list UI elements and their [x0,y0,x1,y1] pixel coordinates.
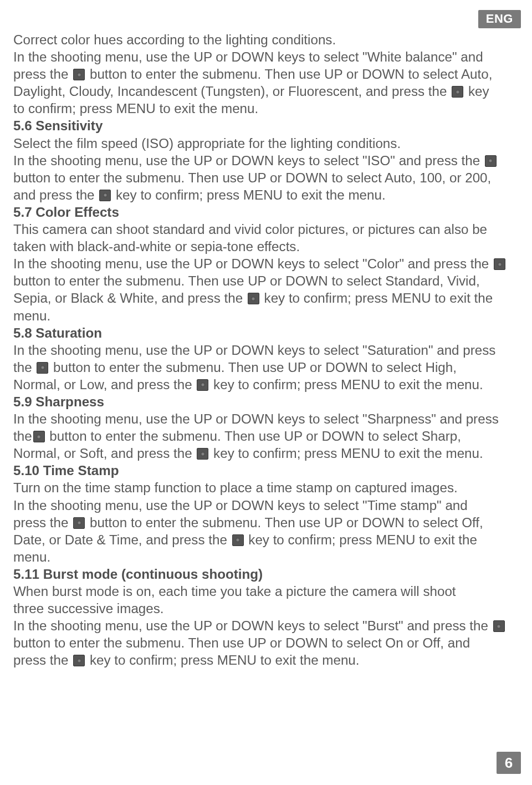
text: Turn on the time stamp function to place… [13,480,458,495]
text: Sepia, or Black & White, and press the [13,290,247,305]
text: When burst mode is on, each time you tak… [13,584,456,599]
text: Date, or Date & Time, and press the [13,532,231,547]
text: key to confirm; press MENU to exit the m… [112,187,385,202]
text: In the shooting menu, use the UP or DOWN… [13,256,493,271]
page-content: Correct color hues according to the ligh… [0,0,532,669]
text: button to enter the submenu. Then use UP… [13,273,480,288]
page-number: 6 [497,752,521,774]
text: In the shooting menu, use the UP or DOWN… [13,343,495,358]
ok-button-icon [73,69,85,80]
text: key to confirm; press MENU to exit the m… [209,446,483,461]
section-5-7: 5.7 Color Effects This camera can shoot … [13,203,519,324]
text: press the [13,653,72,667]
section-heading: 5.9 Sharpness [13,394,104,409]
section-heading: 5.11 Burst mode (continuous shooting) [13,567,263,582]
text: button to enter the submenu. Then use UP… [13,170,491,185]
text: button to enter the submenu. Then use UP… [13,635,470,650]
ok-button-icon [485,155,497,167]
ok-button-icon [452,86,463,98]
text: key to confirm; press MENU to exit the m… [209,377,483,392]
text: the [13,360,35,375]
ok-button-icon [37,362,48,374]
text: In the shooting menu, use the UP or DOWN… [13,153,484,168]
text: button to enter the submenu. Then use UP… [86,515,483,530]
section-5-6: 5.6 Sensitivity Select the film speed (I… [13,117,519,203]
text: menu. [13,549,50,564]
section-5-8: 5.8 Saturation In the shooting menu, use… [13,324,519,393]
text: and press the [13,187,98,202]
text: taken with black-and-white or sepia-tone… [13,239,300,254]
section-5-9: 5.9 Sharpness In the shooting menu, use … [13,393,519,462]
text: the [13,429,32,444]
text: This camera can shoot standard and vivid… [13,222,487,237]
text: press the [13,67,72,81]
ok-button-icon [494,258,505,270]
section-heading: 5.6 Sensitivity [13,118,103,133]
language-badge: ENG [478,10,521,28]
text: press the [13,515,72,530]
ok-button-icon [197,448,208,460]
ok-button-icon [99,190,111,201]
text: button to enter the submenu. Then use UP… [49,360,457,375]
section-heading: 5.10 Time Stamp [13,463,119,478]
ok-button-icon [248,293,259,304]
section-heading: 5.7 Color Effects [13,205,119,220]
section-5-11: 5.11 Burst mode (continuous shooting) Wh… [13,565,519,669]
section-heading: 5.8 Saturation [13,325,102,340]
ok-button-icon [73,655,85,666]
text: Normal, or Soft, and press the [13,446,196,461]
text: button to enter the submenu. Then use UP… [86,67,492,81]
ok-button-icon [197,379,208,391]
text: In the shooting menu, use the UP or DOWN… [13,411,499,426]
text: Select the film speed (ISO) appropriate … [13,136,401,151]
text: In the shooting menu, use the UP or DOWN… [13,498,468,513]
text: three successive images. [13,601,164,616]
text: key to confirm; press MENU to exit the [260,290,493,305]
text: menu. [13,308,50,323]
text: Normal, or Low, and press the [13,377,196,392]
text: key [464,84,489,99]
ok-button-icon [232,534,244,546]
text: In the shooting menu, use the UP or DOWN… [13,49,483,64]
ok-button-icon [73,517,85,529]
paragraph-intro: Correct color hues according to the ligh… [13,31,519,117]
text: button to enter the submenu. Then use UP… [46,429,461,444]
text: Correct color hues according to the ligh… [13,32,336,47]
section-5-10: 5.10 Time Stamp Turn on the time stamp f… [13,462,519,565]
ok-button-icon [493,620,505,632]
ok-button-icon [33,431,45,442]
text: In the shooting menu, use the UP or DOWN… [13,618,492,633]
text: Daylight, Cloudy, Incandescent (Tungsten… [13,84,451,99]
text: key to confirm; press MENU to exit the m… [86,653,359,667]
text: key to confirm; press MENU to exit the [245,532,477,547]
text: to confirm; press MENU to exit the menu. [13,101,258,116]
